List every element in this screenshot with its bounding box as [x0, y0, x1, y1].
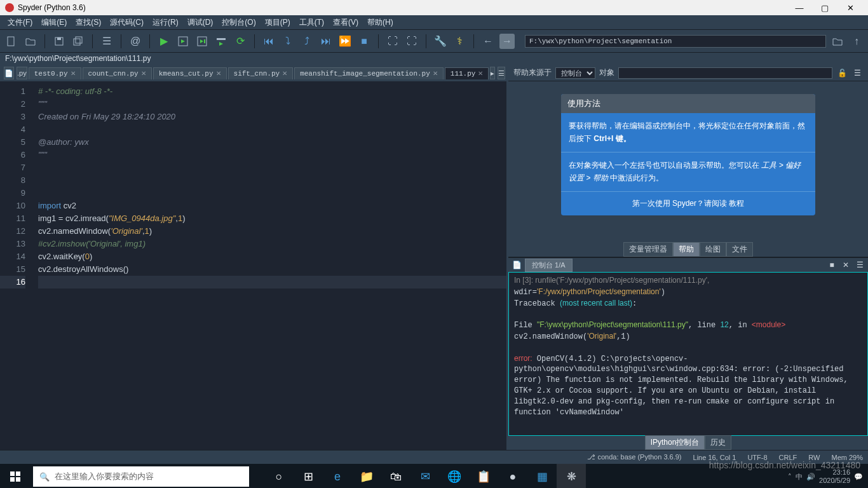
python-path-icon[interactable]: ⚕	[452, 34, 467, 49]
menu-项目(P)[interactable]: 项目(P)	[261, 16, 294, 29]
list-icon[interactable]: ☰	[99, 34, 114, 49]
close-tab-icon[interactable]: ✕	[433, 70, 438, 77]
console-options-icon[interactable]: ☰	[854, 259, 865, 271]
svg-rect-9	[10, 471, 15, 476]
help-content: 使用方法 要获得帮助，请在编辑器或控制台中，将光标定位在任何对象前面，然后按下 …	[508, 81, 868, 241]
browse-dir-icon[interactable]	[830, 34, 845, 49]
mail-icon[interactable]: ✉	[410, 464, 440, 488]
menu-编辑(E)[interactable]: 编辑(E)	[37, 16, 71, 29]
bottomtab-IPython控制台[interactable]: IPython控制台	[645, 435, 705, 450]
explorer-icon[interactable]: 📁	[352, 464, 381, 488]
subtab-变量管理器[interactable]: 变量管理器	[623, 242, 673, 257]
windows-taskbar: 🔍 在这里输入你要搜索的内容 ○ ⊞ e 📁 🛍 ✉ 🌐 📋 ● ▦ ❋ ˄ 中…	[0, 464, 868, 488]
fullscreen-icon[interactable]: ⛶	[404, 34, 419, 49]
close-tab-icon[interactable]: ✕	[71, 70, 76, 77]
menu-运行(R)[interactable]: 运行(R)	[149, 16, 182, 29]
edge-icon[interactable]: e	[323, 464, 352, 488]
start-button[interactable]	[0, 464, 31, 488]
app-icon-1[interactable]: 🌐	[440, 464, 469, 488]
chrome-icon[interactable]: ●	[498, 464, 527, 488]
lock-icon[interactable]: 🔓	[836, 69, 848, 78]
save-all-icon[interactable]	[71, 34, 86, 49]
menu-源代码(C)[interactable]: 源代码(C)	[106, 16, 147, 29]
file-browser-icon[interactable]: 📄	[4, 67, 14, 79]
tab-sift_cnn.py[interactable]: sift_cnn.py ✕	[228, 67, 294, 79]
close-button[interactable]: ✕	[837, 3, 863, 13]
close-tab-icon[interactable]: ✕	[216, 70, 221, 77]
cortana-icon[interactable]: ○	[264, 464, 294, 488]
subtab-绘图[interactable]: 绘图	[700, 242, 726, 257]
debug-into-icon[interactable]: ⤵	[280, 34, 295, 49]
right-pane: 帮助来源于 控制台 对象 🔓 ☰ 使用方法 要获得帮助，请在编辑器或控制台中，将…	[508, 65, 868, 450]
svg-rect-7	[204, 39, 205, 43]
help-options-icon[interactable]: ☰	[851, 69, 863, 78]
menu-工具(T)[interactable]: 工具(T)	[295, 16, 328, 29]
run-cell-advance-icon[interactable]	[194, 34, 210, 49]
tab-count_cnn.py[interactable]: count_cnn.py ✕	[83, 67, 152, 79]
status-interpreter[interactable]: ⎇ conda: base (Python 3.6.9)	[587, 453, 681, 461]
open-file-icon[interactable]	[23, 34, 38, 49]
debug-out-icon[interactable]: ⏭	[318, 34, 334, 49]
minimize-button[interactable]: —	[787, 3, 812, 13]
taskview-icon[interactable]: ⊞	[294, 464, 323, 488]
console-file-icon[interactable]: 📄	[511, 259, 522, 271]
tray-volume-icon[interactable]: 🔊	[806, 473, 815, 481]
file-type-icon[interactable]: .py	[17, 67, 27, 79]
run-icon[interactable]: ▶	[156, 34, 172, 49]
tray-ime-icon[interactable]: 中	[796, 472, 803, 482]
run-cell-icon[interactable]	[175, 34, 191, 49]
tab-111.py[interactable]: 111.py ✕	[445, 67, 489, 79]
menu-查找(S)[interactable]: 查找(S)	[72, 16, 105, 29]
menu-控制台(O)[interactable]: 控制台(O)	[218, 16, 259, 29]
app-icon-3[interactable]: ▦	[527, 464, 557, 488]
code-editor[interactable]: 12345678910111213141516 # -*- coding: ut…	[0, 81, 506, 450]
menu-查看(V)[interactable]: 查看(V)	[329, 16, 362, 29]
clock[interactable]: 23:16 2020/5/29	[819, 468, 850, 485]
tray-chevron-icon[interactable]: ˄	[788, 473, 792, 481]
taskbar-search[interactable]: 🔍 在这里输入你要搜索的内容	[33, 466, 249, 487]
back-icon[interactable]: ←	[480, 34, 496, 49]
tab-test0.py[interactable]: test0.py ✕	[29, 67, 81, 79]
tab-options-icon[interactable]: ☰	[498, 67, 505, 79]
help-source-label: 帮助来源于	[513, 67, 552, 78]
tab-meanshift_image_segmentation.py[interactable]: meanshift_image_segmentation.py ✕	[294, 67, 444, 79]
menu-文件(F)[interactable]: 文件(F)	[4, 16, 36, 29]
help-source-select[interactable]: 控制台	[555, 67, 595, 79]
subtab-帮助[interactable]: 帮助	[673, 242, 700, 257]
system-tray[interactable]: ˄ 中 🔊 23:16 2020/5/29 💬	[783, 468, 868, 485]
store-icon[interactable]: 🛍	[381, 464, 410, 488]
help-object-input[interactable]	[618, 67, 832, 79]
forward-icon[interactable]: →	[499, 34, 515, 49]
debug-continue-icon[interactable]: ⏩	[337, 34, 353, 49]
debug-stop-icon[interactable]: ■	[356, 34, 372, 49]
close-tab-icon[interactable]: ✕	[282, 70, 287, 77]
new-file-icon[interactable]	[4, 34, 19, 49]
console-output[interactable]: In [3]: runfile('F:/ywx/python/Project/s…	[508, 272, 868, 436]
tab-scroll-icon[interactable]: ▸	[490, 67, 495, 79]
run-selection-icon[interactable]	[214, 34, 229, 49]
rerun-icon[interactable]: ⟳	[233, 34, 248, 49]
close-tab-icon[interactable]: ✕	[478, 70, 483, 77]
debug-over-icon[interactable]: ⤴	[299, 34, 315, 49]
close-tab-icon[interactable]: ✕	[141, 70, 146, 77]
save-icon[interactable]	[51, 34, 67, 49]
maximize-button[interactable]: ▢	[812, 3, 837, 13]
bottomtab-历史[interactable]: 历史	[705, 435, 731, 450]
parent-dir-icon[interactable]: ↑	[849, 34, 864, 49]
console-close-icon[interactable]: ✕	[840, 259, 851, 271]
console-stop-icon[interactable]: ■	[826, 259, 837, 271]
debug-step-icon[interactable]: ⏮	[261, 34, 276, 49]
console-tab[interactable]: 控制台 1/A	[525, 259, 573, 272]
preferences-icon[interactable]: 🔧	[433, 34, 448, 49]
help-tutorial-link[interactable]: 第一次使用 Spyder？请阅读 教程	[561, 192, 815, 215]
spyder-taskbar-icon[interactable]: ❋	[557, 464, 586, 488]
maximize-pane-icon[interactable]: ⛶	[385, 34, 400, 49]
menu-帮助(H)[interactable]: 帮助(H)	[363, 16, 397, 29]
notifications-icon[interactable]: 💬	[854, 473, 863, 481]
subtab-文件[interactable]: 文件	[726, 242, 753, 257]
at-icon[interactable]: @	[128, 34, 143, 49]
menu-调试(D)[interactable]: 调试(D)	[184, 16, 217, 29]
app-icon-2[interactable]: 📋	[469, 464, 498, 488]
working-dir-input[interactable]	[525, 35, 826, 48]
tab-kmeans_cut.py[interactable]: kmeans_cut.py ✕	[153, 67, 227, 79]
